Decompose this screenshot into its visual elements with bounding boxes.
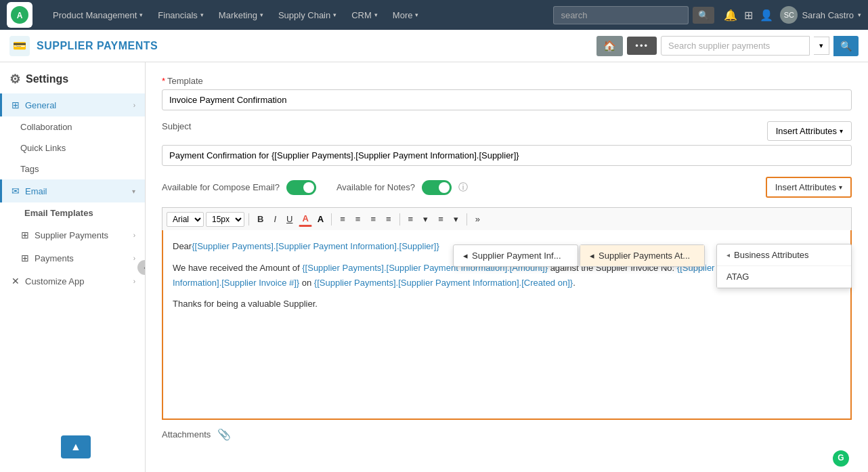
chevron-down-icon: ▾ xyxy=(374,12,378,18)
logo[interactable]: A xyxy=(7,2,35,28)
insert-attributes-button-1[interactable]: Insert Attributes ▾ xyxy=(767,121,852,141)
user-switch-icon[interactable]: 👤 xyxy=(760,9,773,22)
sidebar-item-email-templates[interactable]: Email Templates xyxy=(0,202,145,223)
editor-toolbar: Arial 15px B I U A A ≡ ≡ ≡ ≡ ≡ ▾ ≡ xyxy=(162,207,852,230)
indent-button[interactable]: ≡ xyxy=(434,212,448,226)
svg-text:A: A xyxy=(17,11,23,20)
business-attributes-row: ◂ Business Attributes ◂ Supplier Payment… xyxy=(717,244,851,266)
list-button[interactable]: ≡ xyxy=(404,212,418,226)
main-content: * Template Subject Insert Attributes ▾ xyxy=(146,62,868,472)
chevron-down-icon: ▾ xyxy=(839,184,842,191)
toolbar-divider xyxy=(248,213,249,226)
business-attributes-item[interactable]: ◂ Business Attributes xyxy=(717,244,851,266)
nav-financials[interactable]: Financials ▾ xyxy=(151,6,211,24)
grid-icon[interactable]: ⊞ xyxy=(744,9,753,22)
quick-links-label: Quick Links xyxy=(20,143,66,153)
dropdown-menu: ◂ Business Attributes ◂ Supplier Payment… xyxy=(716,244,852,288)
subject-input[interactable] xyxy=(162,145,852,166)
collaboration-label: Collaboration xyxy=(20,122,72,132)
notification-icon[interactable]: 🔔 xyxy=(724,9,737,22)
home-button[interactable]: 🏠 xyxy=(596,36,623,56)
search-dropdown-button[interactable]: ▾ xyxy=(814,37,829,55)
toolbar-divider xyxy=(331,213,332,226)
align-left-button[interactable]: ≡ xyxy=(336,212,349,226)
font-size-select[interactable]: 15px xyxy=(206,212,244,227)
insert-attributes-button-2[interactable]: Insert Attributes ▾ xyxy=(766,177,852,198)
required-star: * xyxy=(162,76,165,86)
tags-label: Tags xyxy=(20,164,39,174)
more-toolbar-button[interactable]: » xyxy=(471,212,484,226)
nav-more[interactable]: More ▾ xyxy=(386,6,426,24)
sidebar-item-supplier-payments[interactable]: ⊞ Supplier Payments › xyxy=(0,223,145,246)
supplier-attr-tag: {[Supplier Payments].[Supplier Payment I… xyxy=(192,241,439,251)
sidebar-item-customize-app[interactable]: ✕ Customize App › xyxy=(0,270,145,293)
chevron-down-icon: ▾ xyxy=(260,12,263,18)
sidebar-item-label: Email xyxy=(25,186,132,196)
nav-supply-chain[interactable]: Supply Chain ▾ xyxy=(272,6,343,24)
sidebar-item-email[interactable]: ✉ Email ▾ xyxy=(0,179,145,202)
supplier-payments-at-item[interactable]: ◂ Supplier Payments At... xyxy=(580,245,704,266)
chevron-left-icon: ◂ xyxy=(726,251,730,259)
sidebar: ⚙ Settings ⊞ General › Collaboration Qui… xyxy=(0,62,146,472)
compose-email-label: Available for Compose Email? xyxy=(162,182,280,192)
sidebar-item-general[interactable]: ⊞ General › xyxy=(0,93,145,116)
italic-button[interactable]: I xyxy=(269,212,280,226)
sidebar-item-payments[interactable]: ⊞ Payments › xyxy=(0,246,145,270)
nav-crm[interactable]: CRM ▾ xyxy=(345,6,385,24)
notes-toggle[interactable] xyxy=(422,180,452,195)
align-center-button[interactable]: ≡ xyxy=(351,212,365,226)
sidebar-item-collaboration[interactable]: Collaboration xyxy=(0,116,145,137)
info-icon[interactable]: ⓘ xyxy=(458,181,468,194)
supplier-payment-inf-panel: ◂ Supplier Payment Inf... xyxy=(453,244,578,267)
bold-button[interactable]: B xyxy=(253,212,267,226)
top-navigation: A Product Management ▾ Financials ▾ Mark… xyxy=(0,0,868,30)
supplier-payments-icon: 💳 xyxy=(9,36,30,56)
attach-file-button[interactable]: 📎 xyxy=(217,428,231,441)
attachments-label: Attachments xyxy=(162,429,211,439)
nav-items: Product Management ▾ Financials ▾ Market… xyxy=(46,6,549,24)
supplier-payment-inf-item[interactable]: ◂ Supplier Payment Inf... xyxy=(454,245,578,266)
sidebar-item-quick-links[interactable]: Quick Links xyxy=(0,137,145,158)
chevron-down-icon: ▾ xyxy=(840,127,843,135)
notes-toggle-group: Available for Notes? ⓘ xyxy=(337,180,468,195)
chevron-down-icon: ▾ xyxy=(858,12,861,18)
search-supplier-button[interactable]: 🔍 xyxy=(833,36,859,56)
chevron-right-icon: › xyxy=(133,232,135,239)
underline-button[interactable]: U xyxy=(282,212,297,226)
chevron-down-icon: ▾ xyxy=(415,12,418,18)
template-input[interactable] xyxy=(162,89,852,110)
align-justify-button[interactable]: ≡ xyxy=(382,212,395,226)
user-menu[interactable]: SC Sarah Castro ▾ xyxy=(780,6,861,24)
indent-dropdown-button[interactable]: ▾ xyxy=(450,212,462,226)
sidebar-item-tags[interactable]: Tags xyxy=(0,158,145,179)
compose-email-toggle[interactable] xyxy=(286,180,316,195)
chevron-right-icon: › xyxy=(133,278,135,285)
chevron-down-icon: ▾ xyxy=(132,188,135,195)
align-right-button[interactable]: ≡ xyxy=(366,212,380,226)
nav-search-input[interactable] xyxy=(553,6,689,24)
chevron-left-icon: ◂ xyxy=(463,251,468,261)
notes-label: Available for Notes? xyxy=(337,182,415,192)
toggle-insert-row: Available for Compose Email? Available f… xyxy=(162,177,852,198)
created-on-attr-tag: {[Supplier Payments].[Supplier Payment I… xyxy=(314,278,573,288)
more-options-button[interactable]: ••• xyxy=(627,37,657,55)
nav-marketing[interactable]: Marketing ▾ xyxy=(212,6,270,24)
search-supplier-input[interactable] xyxy=(661,36,810,56)
general-icon: ⊞ xyxy=(12,100,20,110)
bg-color-button[interactable]: A xyxy=(314,212,327,226)
nav-search-button[interactable]: 🔍 xyxy=(693,7,714,24)
atag-item[interactable]: ATAG xyxy=(717,266,851,288)
gear-icon: ⚙ xyxy=(9,72,20,87)
chevron-down-icon: ▾ xyxy=(139,12,143,18)
list-dropdown-button[interactable]: ▾ xyxy=(419,212,432,226)
subject-group: Subject Insert Attributes ▾ xyxy=(162,121,852,166)
font-family-select[interactable]: Arial xyxy=(167,212,204,227)
template-group: * Template xyxy=(162,76,852,110)
chevron-right-icon: › xyxy=(133,102,135,109)
nav-product-management[interactable]: Product Management ▾ xyxy=(46,6,150,24)
nav-search-area: 🔍 xyxy=(553,6,714,24)
toolbar-divider xyxy=(466,213,467,226)
settings-label: Settings xyxy=(26,73,68,85)
font-color-button[interactable]: A xyxy=(299,211,311,227)
insert-attributes-dropdown: ◂ Business Attributes ◂ Supplier Payment… xyxy=(716,244,852,288)
